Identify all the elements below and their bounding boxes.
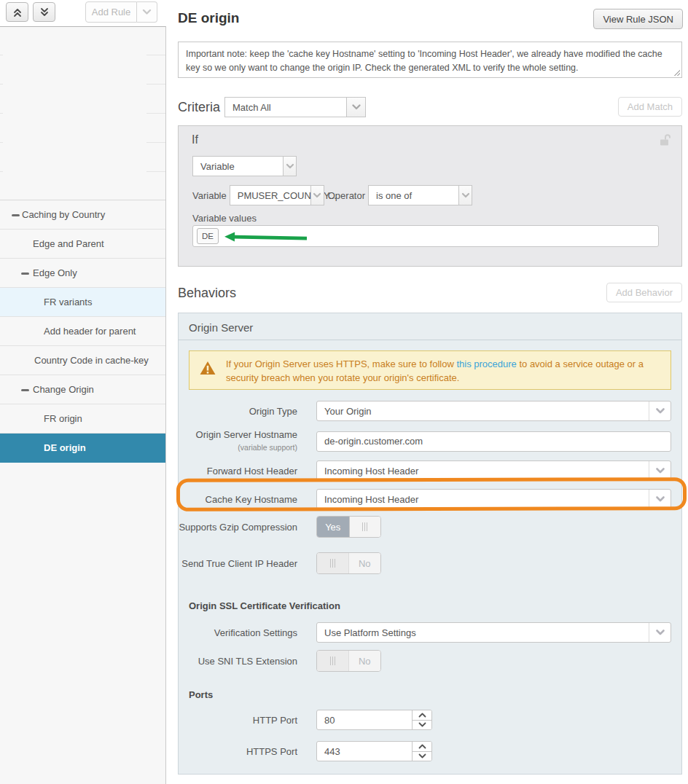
sidebar-item-change-origin[interactable]: Change Origin [0,375,165,404]
chevron-down-icon[interactable] [347,97,366,117]
origin-type-value: Your Origin [324,406,372,417]
variable-value[interactable]: PMUSER_COUNTRY... [230,185,311,205]
behaviors-heading: Behaviors [178,286,236,301]
gzip-label: Supports Gzip Compression [179,521,316,533]
variable-values-input[interactable]: DE [192,225,659,247]
origin-hostname-label: Origin Server Hostname (variable support… [179,428,316,454]
tree-item-label: Caching by Country [22,209,105,220]
add-behavior-button[interactable]: Add Behavior [606,283,682,302]
https-port-stepper [316,741,432,761]
gzip-toggle[interactable]: Yes [316,516,381,538]
forward-host-header-row: Forward Host Header Incoming Host Header [179,460,681,481]
ports-heading: Ports [179,689,681,700]
rule-note-container: Important note: keep the 'cache key Host… [178,42,682,78]
collapse-minus-icon[interactable] [12,214,20,216]
chevron-down-icon[interactable] [649,623,671,642]
https-port-row: HTTPS Port [179,741,681,761]
warning-text: If your Origin Server uses HTTPS, make s… [226,357,662,383]
condition-type-value[interactable]: Variable [192,156,284,176]
operator-label: Operator [328,190,365,201]
value-tag-de[interactable]: DE [197,228,219,244]
toggle-no-segment[interactable]: No [349,553,381,573]
operator-value[interactable]: is one of [368,185,459,205]
rule-note-textarea[interactable]: Important note: keep the 'cache key Host… [178,42,682,78]
behaviors-header-row: Behaviors Add Behavior [178,283,682,303]
verification-settings-row: Verification Settings Use Platform Setti… [179,622,681,643]
sidebar-item-edge-only[interactable]: Edge Only [0,259,165,288]
http-port-input[interactable] [317,710,412,729]
add-rule-dropdown-button[interactable] [137,1,157,23]
origin-type-select[interactable]: Your Origin [316,401,671,421]
cache-key-hostname-select[interactable]: Incoming Host Header [316,489,671,509]
true-client-ip-label: Send True Client IP Header [179,557,316,570]
true-client-ip-toggle[interactable]: No [316,552,381,574]
operator-select[interactable]: is one of [368,185,472,205]
true-client-ip-row: Send True Client IP Header No [179,552,681,574]
sidebar-item-edge-and-parent[interactable]: Edge and Parent [0,230,165,259]
stepper-down-button[interactable] [413,721,431,730]
stepper-up-button[interactable] [413,742,431,752]
verification-settings-select[interactable]: Use Platform Settings [316,622,671,643]
forward-host-header-value: Incoming Host Header [324,466,418,477]
chevron-down-icon[interactable] [311,185,324,205]
collapse-all-button[interactable] [6,2,28,22]
this-procedure-link[interactable]: this procedure [456,358,516,369]
tree-item-label: Edge Only [33,267,77,278]
toggle-no-segment[interactable]: No [349,651,381,671]
http-port-stepper [316,710,432,730]
condition-type-select[interactable]: Variable [192,156,297,176]
origin-server-title: Origin Server [179,313,681,340]
https-warning-banner: If your Origin Server uses HTTPS, make s… [189,350,671,390]
sni-toggle[interactable]: No [316,650,381,672]
collapse-minus-icon[interactable] [21,389,29,391]
add-rule-button[interactable]: Add Rule [85,1,137,23]
tree-toolbar: Add Rule [0,0,166,26]
stepper-up-button[interactable] [413,710,431,721]
toggle-grip-icon[interactable] [317,651,349,671]
tree-item-label: Change Origin [33,384,94,395]
rule-detail-panel: DE origin View Rule JSON Important note:… [166,0,688,784]
criteria-heading: Criteria [178,100,220,115]
sidebar-item-fr-variants[interactable]: FR variants [0,288,165,317]
variable-select[interactable]: PMUSER_COUNTRY... [230,185,324,205]
sidebar-item-country-code-in-cache-key[interactable]: Country Code in cache-key [0,346,165,375]
forward-host-header-select[interactable]: Incoming Host Header [316,460,671,481]
chevron-down-icon[interactable] [649,461,671,480]
origin-hostname-input[interactable] [316,431,671,452]
sidebar-item-add-header-for-parent[interactable]: Add header for parent [0,317,165,346]
stepper-buttons [412,742,431,761]
expand-all-button[interactable] [33,2,55,22]
https-port-input[interactable] [317,742,412,761]
criteria-if-box: If Variable Variable PMUSER_COUNTRY... O… [178,125,682,267]
sni-row: Use SNI TLS Extension No [179,650,681,672]
origin-hostname-row: Origin Server Hostname (variable support… [179,428,681,454]
view-rule-json-button[interactable]: View Rule JSON [593,9,683,29]
toggle-yes-segment[interactable]: Yes [317,517,349,537]
sidebar-item-de-origin[interactable]: DE origin [0,434,165,463]
sidebar-item-fr-origin[interactable]: FR origin [0,404,165,434]
add-match-button[interactable]: Add Match [618,97,682,117]
chevron-down-icon[interactable] [649,401,671,420]
variable-support-sublabel: (variable support) [179,442,297,454]
match-mode-value[interactable]: Match All [224,97,347,117]
variable-values-label: Variable values [192,213,257,224]
tree-item-label: FR variants [44,297,92,307]
toggle-grip-icon[interactable] [317,553,349,573]
rule-tree-sidebar: Add Rule Caching by Country Edge and Par… [0,0,166,784]
collapse-minus-icon[interactable] [21,273,29,275]
rule-tree: Caching by Country Edge and Parent Edge … [0,26,166,784]
add-rule-split-button: Add Rule [85,1,157,23]
tree-item-label: Country Code in cache-key [34,355,149,366]
sidebar-item-caching-by-country[interactable]: Caching by Country [0,200,165,230]
chevron-down-icon[interactable] [649,490,671,509]
forward-host-header-label: Forward Host Header [179,465,316,477]
warning-triangle-icon [200,361,216,383]
chevron-down-icon[interactable] [459,185,472,205]
verification-settings-value: Use Platform Settings [324,627,416,638]
condition-row: Variable PMUSER_COUNTRY... Operator is o… [192,185,472,205]
double-chevron-up-icon [12,7,23,17]
toggle-grip-icon[interactable] [349,517,381,537]
match-mode-select[interactable]: Match All [224,97,366,117]
chevron-down-icon[interactable] [284,156,297,176]
stepper-down-button[interactable] [413,752,431,761]
